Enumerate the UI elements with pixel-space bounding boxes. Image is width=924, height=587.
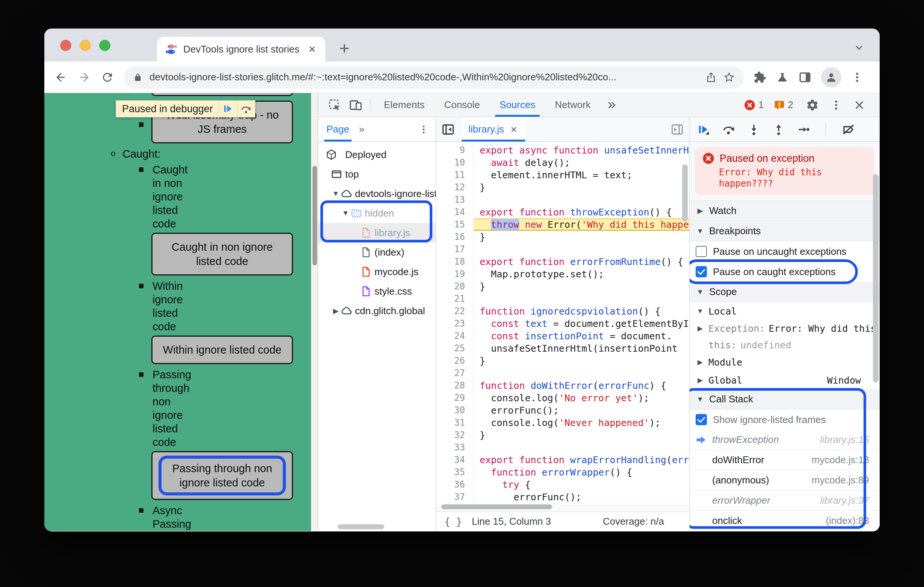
page-button[interactable]: Caught in non ignore listed code <box>151 233 293 276</box>
gutter-line-number[interactable]: 20 <box>436 280 474 293</box>
tree-item-cdn-glitch-global[interactable]: ▶cdn.glitch.global <box>318 301 436 321</box>
gutter-line-number[interactable]: 30 <box>436 404 474 417</box>
minimize-window-button[interactable] <box>80 40 91 51</box>
navigator-menu-kebab-icon[interactable] <box>418 124 433 135</box>
callstack-frame-dowitherror[interactable]: doWithErrormycode.js:18 <box>690 450 879 470</box>
navigator-more-tabs-chevron[interactable]: » <box>359 123 364 135</box>
callstack-section-header[interactable]: ▼ Call Stack <box>690 389 879 409</box>
breakpoints-section-header[interactable]: ▼ Breakpoints <box>690 221 879 241</box>
reload-button[interactable] <box>101 71 114 84</box>
editor-tab-close-icon[interactable] <box>509 125 518 134</box>
gutter-line-number[interactable]: 21 <box>436 293 474 305</box>
tree-item-top[interactable]: top <box>318 164 436 184</box>
show-ignore-listed-frames-row[interactable]: Show ignore-listed frames <box>690 409 879 430</box>
scope-row-this[interactable]: this: undefined <box>690 337 879 353</box>
callstack-frame-errorwrapper[interactable]: errorWrapperlibrary.js:37 <box>690 490 879 511</box>
breakpoint-option-row[interactable]: Pause on caught exceptions <box>690 261 879 282</box>
bookmark-star-icon[interactable] <box>723 72 735 83</box>
devtools-tab-elements[interactable]: Elements <box>374 93 434 117</box>
issues-count-badge[interactable]: 2 <box>774 99 793 111</box>
page-button-cut-top[interactable] <box>151 93 293 96</box>
step-into-icon[interactable] <box>747 123 760 136</box>
scope-expand-arrow-icon[interactable]: ▶ <box>696 324 705 332</box>
editor-vscrollbar-thumb[interactable] <box>682 164 688 222</box>
inspect-element-icon[interactable] <box>328 98 342 112</box>
scope-collapse-arrow-icon[interactable]: ▼ <box>696 307 705 315</box>
page-button[interactable]: Within ignore listed code <box>151 335 293 364</box>
show-frames-checkbox[interactable] <box>696 414 707 425</box>
callstack-frame-throwexception[interactable]: throwExceptionlibrary.js:15 <box>690 430 879 450</box>
devtools-menu-kebab-icon[interactable] <box>830 99 842 111</box>
gutter-line-number[interactable]: 37 <box>436 491 474 503</box>
gutter-line-number[interactable]: 27 <box>436 367 474 380</box>
gutter-line-number[interactable]: 13 <box>436 194 474 206</box>
sidebar-vscrollbar-thumb[interactable] <box>873 174 879 382</box>
collapse-navigator-icon[interactable] <box>441 123 455 136</box>
scope-row-global[interactable]: ▶GlobalWindow <box>690 371 879 389</box>
checked-checkbox[interactable] <box>696 266 707 277</box>
devtools-tab-network[interactable]: Network <box>545 93 600 117</box>
share-icon[interactable] <box>705 72 717 83</box>
pretty-print-braces-icon[interactable]: { } <box>444 516 462 527</box>
url-bar[interactable]: devtools-ignore-list-stories.glitch.me/#… <box>124 66 744 89</box>
device-toolbar-icon[interactable] <box>349 98 363 112</box>
extensions-puzzle-icon[interactable] <box>754 71 766 84</box>
gutter-line-number[interactable]: 11 <box>436 169 474 181</box>
step-over-icon[interactable] <box>722 123 736 136</box>
page-scrollbar-thumb[interactable] <box>312 166 317 265</box>
navigator-tab-page[interactable]: Page <box>327 117 349 141</box>
gutter-line-number[interactable]: 33 <box>436 441 474 454</box>
gutter-line-number[interactable]: 31 <box>436 417 474 429</box>
gutter-line-number[interactable]: 35 <box>436 466 474 478</box>
tree-item-devtools-ignore-list-stories-glitch-me[interactable]: ▼devtools-ignore-list-stories.glitch.me <box>318 184 436 204</box>
devtools-close-icon[interactable] <box>853 99 865 111</box>
tree-collapse-arrow-icon[interactable]: ▼ <box>341 209 350 217</box>
gutter-line-number[interactable]: 16 <box>436 231 474 243</box>
tree-item-library-js[interactable]: library.js <box>318 223 436 242</box>
banner-step-over-icon[interactable] <box>237 100 255 117</box>
gutter-line-number[interactable]: 22 <box>436 305 474 317</box>
scope-expand-arrow-icon[interactable]: ▶ <box>696 376 705 384</box>
tab-close-icon[interactable] <box>307 44 317 54</box>
maximize-window-button[interactable] <box>99 40 111 51</box>
url-text[interactable]: devtools-ignore-list-stories.glitch.me/#… <box>150 71 699 83</box>
tree-item-deployed[interactable]: Deployed <box>318 145 436 164</box>
gutter-line-number[interactable]: 26 <box>436 355 474 367</box>
gutter-line-number[interactable]: 29 <box>436 392 474 404</box>
deactivate-breakpoints-icon[interactable] <box>842 123 855 136</box>
step-out-icon[interactable] <box>772 123 785 136</box>
back-button[interactable] <box>54 71 68 84</box>
callstack-frame--anonymous-[interactable]: (anonymous)mycode.js:89 <box>690 470 879 490</box>
step-icon[interactable] <box>797 123 810 136</box>
gutter-line-number[interactable]: 32 <box>436 429 474 441</box>
gutter-line-number[interactable]: 19 <box>436 268 474 280</box>
scope-row-module[interactable]: ▶Module <box>690 353 879 371</box>
profile-avatar[interactable] <box>821 67 842 87</box>
tab-search-chevron-icon[interactable] <box>853 42 865 53</box>
resume-button-icon[interactable] <box>697 123 710 136</box>
breakpoint-option-row[interactable]: Pause on uncaught exceptions <box>690 241 879 261</box>
more-tabs-chevron[interactable] <box>601 93 622 117</box>
tree-item-mycode-js[interactable]: mycode.js <box>318 262 436 281</box>
gutter-line-number[interactable]: 10 <box>436 156 474 169</box>
side-panel-icon[interactable] <box>799 71 811 84</box>
callstack-frame-onclick[interactable]: onclick(index):83 <box>690 511 879 531</box>
gutter-line-number[interactable]: 36 <box>436 478 474 491</box>
scope-expand-arrow-icon[interactable]: ▶ <box>696 358 705 366</box>
resume-script-icon[interactable] <box>219 100 237 117</box>
beaker-extension-icon[interactable] <box>776 71 789 84</box>
tree-item--index-[interactable]: (index) <box>318 242 436 262</box>
tree-collapse-arrow-icon[interactable]: ▼ <box>331 189 341 198</box>
gutter-line-number[interactable]: 25 <box>436 342 474 355</box>
watch-section-header[interactable]: ▶ Watch <box>690 201 879 221</box>
gutter-line-number[interactable]: 14 <box>436 206 474 219</box>
gutter-line-number[interactable]: 23 <box>436 317 474 330</box>
editor-hscrollbar[interactable] <box>436 503 689 511</box>
browser-menu-kebab-icon[interactable] <box>851 71 863 83</box>
gutter-line-number[interactable]: 28 <box>436 380 474 392</box>
tree-item-hidden[interactable]: ▼hidden <box>318 204 436 223</box>
gutter-line-number[interactable]: 9 <box>436 144 474 156</box>
gutter-line-number[interactable]: 18 <box>436 256 474 268</box>
new-tab-button[interactable] <box>338 42 351 55</box>
forward-button[interactable] <box>78 71 91 84</box>
